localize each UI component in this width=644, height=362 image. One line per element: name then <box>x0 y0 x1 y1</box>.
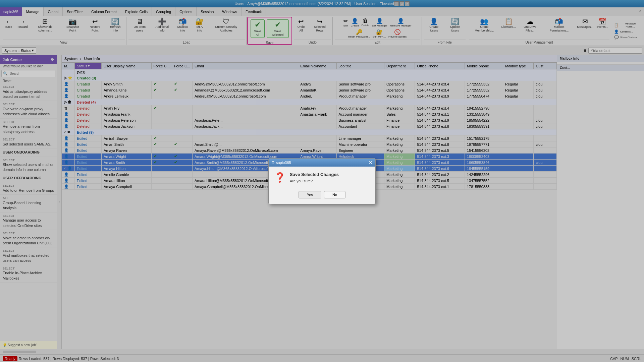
dialog-overlay: ⚙ sapio365 ✕ ❓ Save Selected Changes Are… <box>0 0 644 362</box>
dialog-title-left: ⚙ sapio365 <box>271 160 291 165</box>
dialog-heading: Save Selected Changes <box>290 172 370 177</box>
question-icon: ❓ <box>274 172 286 183</box>
dialog-box: ⚙ sapio365 ✕ ❓ Save Selected Changes Are… <box>268 158 376 204</box>
dialog-buttons: Yes No <box>269 188 375 204</box>
dialog-sapio-icon: ⚙ <box>271 160 275 165</box>
dialog-body: ❓ Save Selected Changes Are you sure? <box>269 167 375 188</box>
dialog-title-bar: ⚙ sapio365 ✕ <box>269 159 375 167</box>
dialog-message: Are you sure? <box>290 179 370 183</box>
dialog-close-button[interactable]: ✕ <box>369 160 373 165</box>
dialog-no-button[interactable]: No <box>324 191 345 198</box>
dialog-yes-button[interactable]: Yes <box>299 191 321 198</box>
dialog-content: Save Selected Changes Are you sure? <box>290 172 370 183</box>
dialog-title-label: sapio365 <box>276 161 291 165</box>
